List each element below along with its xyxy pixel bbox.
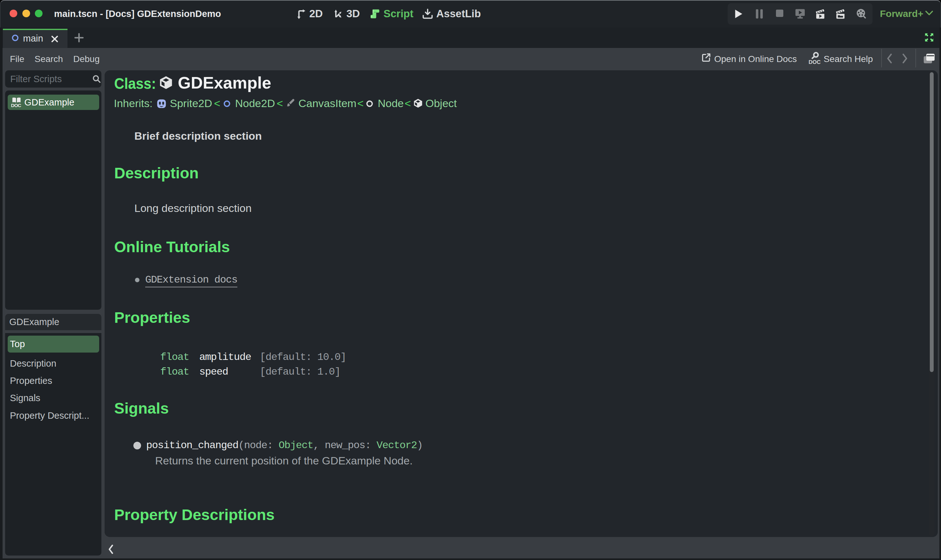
svg-text:DOC: DOC [11, 103, 21, 108]
svg-text:DOC: DOC [808, 59, 821, 65]
